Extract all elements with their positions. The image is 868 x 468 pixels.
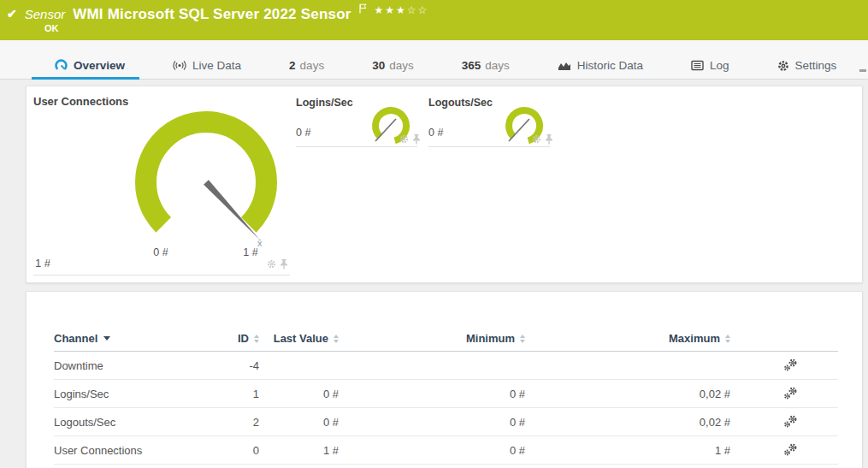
column-header-last-value[interactable]: Last Value	[259, 332, 339, 345]
tab-365-days[interactable]: 365 days	[462, 52, 510, 79]
gauge-scale-max: 1 #	[232, 246, 269, 258]
tab-number: 30	[372, 59, 385, 72]
channel-cell: Downtime	[54, 359, 223, 372]
gauge-gear-icon[interactable]	[399, 134, 409, 144]
live-broadcast-icon	[173, 60, 186, 71]
tab-label: days	[300, 59, 325, 72]
table-row: Logouts/Sec 2 0 # 0 # 0,02 #	[54, 408, 838, 436]
gauge-arc	[146, 121, 267, 224]
table-row: Downtime -4	[54, 352, 838, 380]
gauge-title-user-connections: User Connections	[33, 95, 128, 108]
minimum-cell: 0 #	[339, 416, 525, 429]
maximum-cell: 1 #	[525, 444, 730, 457]
sort-desc-icon	[103, 336, 110, 341]
sensor-header: ✔ Sensor WMI Microsoft SQL Server 2022 S…	[0, 0, 868, 40]
tab-log[interactable]: Log	[691, 52, 729, 79]
divider	[428, 146, 550, 147]
gauge-title-logins: Logins/Sec	[296, 97, 353, 109]
star-2[interactable]: ★	[385, 4, 396, 16]
sort-icon	[725, 335, 730, 343]
gauge-gear-icon[interactable]	[532, 134, 541, 144]
maximum-cell: 0,02 #	[525, 388, 730, 400]
pin-icon[interactable]	[545, 133, 553, 145]
area-chart-icon	[558, 60, 571, 71]
tab-label: days	[389, 59, 414, 72]
gauge-title-logouts: Logouts/Sec	[428, 97, 493, 109]
tab-bar: Overview Live Data 2 days 30 days 365 da…	[0, 40, 868, 80]
gauge-icon	[55, 59, 68, 72]
table-row: User Connections 0 1 # 0 # 1 #	[54, 436, 838, 465]
maximum-cell: 0,02 #	[525, 416, 730, 429]
tab-number: 365	[462, 59, 481, 72]
priority-stars[interactable]: ★★★☆☆	[375, 4, 429, 16]
last-value-cell: 0 #	[259, 388, 339, 400]
column-label: ID	[238, 332, 249, 345]
channels-panel: Channel ID Last Value Minimum Maximum	[26, 291, 863, 468]
gauges-panel: User Connections x̄ 0 # 1 # 1 # Logins/S…	[26, 86, 863, 283]
tab-label: Live Data	[192, 59, 241, 72]
logins-value: 0 #	[296, 127, 310, 139]
pin-icon[interactable]	[412, 133, 421, 145]
tab-overview[interactable]: Overview	[55, 52, 125, 79]
last-value-cell: 0 #	[259, 416, 339, 429]
user-connections-value: 1 #	[35, 257, 50, 270]
channel-settings-icon[interactable]	[783, 387, 798, 400]
gear-icon	[777, 60, 789, 72]
channel-cell: Logouts/Sec	[54, 416, 223, 429]
prtg-sensor-page: ✔ Sensor WMI Microsoft SQL Server 2022 S…	[0, 0, 868, 468]
star-5[interactable]: ☆	[418, 4, 429, 16]
channel-cell: User Connections	[54, 444, 223, 457]
table-body: Downtime -4 Logins/Sec 1 0 #	[54, 352, 838, 465]
pin-icon[interactable]	[280, 258, 288, 270]
column-label: Last Value	[274, 332, 328, 345]
user-connections-gauge[interactable]: x̄	[127, 107, 298, 254]
column-header-channel[interactable]: Channel	[54, 332, 223, 345]
id-cell: 2	[223, 416, 259, 429]
gauge-gear-icon[interactable]	[267, 259, 276, 269]
minimum-cell: 0 #	[339, 444, 525, 457]
column-label: Channel	[54, 332, 97, 345]
id-cell: -4	[223, 359, 259, 372]
tab-30-days[interactable]: 30 days	[372, 52, 414, 79]
logouts-value: 0 #	[428, 127, 443, 139]
column-header-id[interactable]: ID	[223, 332, 259, 345]
tab-2-days[interactable]: 2 days	[289, 52, 324, 79]
object-kind-label: Sensor	[25, 7, 66, 21]
id-cell: 1	[223, 388, 259, 400]
tab-number: 2	[289, 59, 296, 72]
column-header-maximum[interactable]: Maximum	[525, 332, 730, 345]
table-row: Logins/Sec 1 0 # 0 # 0,02 #	[54, 380, 838, 408]
column-header-minimum[interactable]: Minimum	[339, 332, 525, 345]
star-3[interactable]: ★	[396, 4, 407, 16]
flag-icon[interactable]	[359, 2, 367, 17]
tab-historic-data[interactable]: Historic Data	[558, 52, 643, 79]
table-header: Channel ID Last Value Minimum Maximum	[54, 326, 838, 352]
tab-overflow-indicator[interactable]	[859, 69, 866, 72]
channel-settings-icon[interactable]	[783, 443, 798, 457]
status-badge: OK	[44, 23, 59, 33]
tab-live-data[interactable]: Live Data	[173, 52, 241, 79]
sensor-title: WMI Microsoft SQL Server 2022 Sensor	[73, 6, 351, 23]
tab-label: Historic Data	[577, 59, 643, 72]
id-cell: 0	[223, 444, 259, 457]
status-ok-check-icon: ✔	[7, 7, 17, 21]
divider	[296, 146, 417, 147]
channel-settings-icon[interactable]	[783, 415, 798, 429]
star-4[interactable]: ☆	[407, 4, 418, 16]
log-list-icon	[691, 60, 704, 71]
tab-label: Settings	[795, 59, 837, 72]
tab-label: days	[485, 59, 510, 72]
channel-cell: Logins/Sec	[54, 388, 223, 400]
tab-settings[interactable]: Settings	[777, 52, 837, 79]
tab-label: Overview	[74, 59, 125, 72]
channel-settings-icon[interactable]	[783, 358, 798, 372]
last-value-cell: 1 #	[259, 444, 339, 457]
tab-label: Log	[710, 59, 729, 72]
star-1[interactable]: ★	[375, 4, 386, 16]
minimum-cell: 0 #	[339, 388, 525, 400]
divider	[33, 275, 290, 275]
column-label: Minimum	[466, 332, 515, 345]
gauge-scale-min: 0 #	[142, 246, 180, 258]
column-label: Maximum	[669, 332, 720, 345]
